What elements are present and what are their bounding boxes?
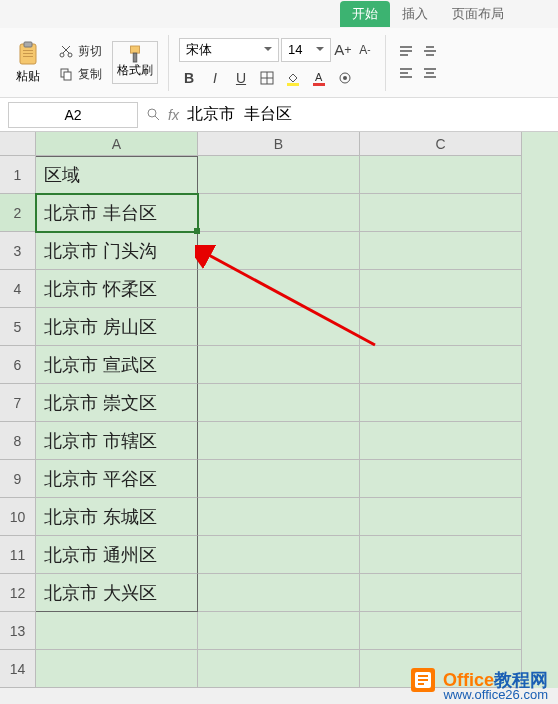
cut-button[interactable]: 剪切 bbox=[54, 41, 106, 62]
spreadsheet-grid: A B C 1区域 2北京市 丰台区 3北京市 门头沟 4北京市 怀柔区 5北京… bbox=[0, 132, 558, 688]
increase-font-button[interactable]: A+ bbox=[333, 40, 353, 60]
row-header[interactable]: 1 bbox=[0, 156, 36, 194]
underline-button[interactable]: U bbox=[231, 68, 251, 88]
cell[interactable] bbox=[198, 346, 360, 384]
copy-button[interactable]: 复制 bbox=[54, 64, 106, 85]
align-top-button[interactable] bbox=[396, 43, 416, 61]
row-header[interactable]: 4 bbox=[0, 270, 36, 308]
selected-cell[interactable]: 北京市 丰台区 bbox=[36, 194, 198, 232]
cell[interactable] bbox=[198, 384, 360, 422]
font-name-value: 宋体 bbox=[186, 41, 212, 59]
align-left-button[interactable] bbox=[396, 65, 416, 83]
paste-button[interactable]: 粘贴 bbox=[8, 35, 48, 91]
cell[interactable]: 北京市 宣武区 bbox=[36, 346, 198, 384]
cell[interactable] bbox=[198, 574, 360, 612]
fx-icon[interactable]: fx bbox=[168, 107, 179, 123]
bold-button[interactable]: B bbox=[179, 68, 199, 88]
cell[interactable]: 北京市 怀柔区 bbox=[36, 270, 198, 308]
cell[interactable] bbox=[198, 156, 360, 194]
cell[interactable]: 北京市 门头沟 bbox=[36, 232, 198, 270]
cell[interactable]: 北京市 大兴区 bbox=[36, 574, 198, 612]
cell[interactable] bbox=[360, 194, 522, 232]
row-header[interactable]: 5 bbox=[0, 308, 36, 346]
cell[interactable] bbox=[198, 460, 360, 498]
cell[interactable] bbox=[198, 194, 360, 232]
tab-start[interactable]: 开始 bbox=[340, 1, 390, 27]
align-middle-button[interactable] bbox=[420, 43, 440, 61]
row-header[interactable]: 11 bbox=[0, 536, 36, 574]
cell[interactable]: 北京市 崇文区 bbox=[36, 384, 198, 422]
cell[interactable] bbox=[36, 612, 198, 650]
svg-rect-25 bbox=[418, 675, 428, 677]
ribbon-tabs: 开始 插入 页面布局 bbox=[0, 0, 558, 28]
cell[interactable] bbox=[360, 308, 522, 346]
cell[interactable] bbox=[360, 156, 522, 194]
fill-color-button[interactable] bbox=[283, 68, 303, 88]
tab-layout[interactable]: 页面布局 bbox=[440, 1, 516, 27]
cell[interactable]: 北京市 房山区 bbox=[36, 308, 198, 346]
effects-button[interactable] bbox=[335, 68, 355, 88]
lookup-icon[interactable] bbox=[146, 107, 162, 123]
cell[interactable] bbox=[360, 270, 522, 308]
column-header-a[interactable]: A bbox=[36, 132, 198, 156]
cell[interactable] bbox=[36, 650, 198, 688]
row-header[interactable]: 6 bbox=[0, 346, 36, 384]
cell[interactable]: 北京市 通州区 bbox=[36, 536, 198, 574]
format-painter-button[interactable]: 格式刷 bbox=[112, 41, 158, 84]
tab-insert[interactable]: 插入 bbox=[390, 1, 440, 27]
row-header[interactable]: 10 bbox=[0, 498, 36, 536]
cell[interactable] bbox=[198, 612, 360, 650]
cell[interactable] bbox=[198, 536, 360, 574]
row-header[interactable]: 2 bbox=[0, 194, 36, 232]
cell[interactable] bbox=[360, 574, 522, 612]
cell[interactable] bbox=[198, 270, 360, 308]
border-button[interactable] bbox=[257, 68, 277, 88]
cell[interactable]: 北京市 市辖区 bbox=[36, 422, 198, 460]
separator bbox=[385, 35, 386, 91]
svg-rect-26 bbox=[418, 679, 428, 681]
row-header[interactable]: 14 bbox=[0, 650, 36, 688]
cell-reference: A2 bbox=[64, 107, 81, 123]
row-header[interactable]: 12 bbox=[0, 574, 36, 612]
select-all-corner[interactable] bbox=[0, 132, 36, 156]
svg-point-9 bbox=[60, 53, 64, 57]
cell[interactable]: 北京市 东城区 bbox=[36, 498, 198, 536]
cell[interactable]: 北京市 平谷区 bbox=[36, 460, 198, 498]
name-box[interactable]: A2 bbox=[8, 102, 138, 128]
svg-rect-8 bbox=[23, 56, 33, 57]
cell[interactable] bbox=[198, 422, 360, 460]
cell[interactable] bbox=[360, 536, 522, 574]
row-header[interactable]: 7 bbox=[0, 384, 36, 422]
italic-button[interactable]: I bbox=[205, 68, 225, 88]
cell[interactable] bbox=[360, 498, 522, 536]
cell[interactable] bbox=[198, 498, 360, 536]
column-header-c[interactable]: C bbox=[360, 132, 522, 156]
cell[interactable] bbox=[360, 612, 522, 650]
row-header[interactable]: 3 bbox=[0, 232, 36, 270]
font-color-button[interactable]: A bbox=[309, 68, 329, 88]
cell[interactable] bbox=[198, 232, 360, 270]
cell[interactable]: 区域 bbox=[36, 156, 198, 194]
svg-rect-18 bbox=[313, 83, 325, 86]
column-header-b[interactable]: B bbox=[198, 132, 360, 156]
align-center-button[interactable] bbox=[420, 65, 440, 83]
brush-icon bbox=[127, 46, 143, 62]
font-size-value: 14 bbox=[288, 42, 302, 57]
font-name-select[interactable]: 宋体 bbox=[179, 38, 279, 62]
chevron-down-icon bbox=[264, 47, 272, 52]
cell[interactable] bbox=[360, 384, 522, 422]
svg-rect-12 bbox=[64, 72, 71, 80]
formula-input[interactable] bbox=[187, 106, 550, 124]
cell[interactable] bbox=[360, 232, 522, 270]
paste-label: 粘贴 bbox=[16, 68, 40, 85]
row-header[interactable]: 8 bbox=[0, 422, 36, 460]
cell[interactable] bbox=[360, 422, 522, 460]
decrease-font-button[interactable]: A- bbox=[355, 40, 375, 60]
cell[interactable] bbox=[360, 346, 522, 384]
row-header[interactable]: 9 bbox=[0, 460, 36, 498]
cell[interactable] bbox=[198, 650, 360, 688]
font-size-select[interactable]: 14 bbox=[281, 38, 331, 62]
row-header[interactable]: 13 bbox=[0, 612, 36, 650]
cell[interactable] bbox=[198, 308, 360, 346]
cell[interactable] bbox=[360, 460, 522, 498]
